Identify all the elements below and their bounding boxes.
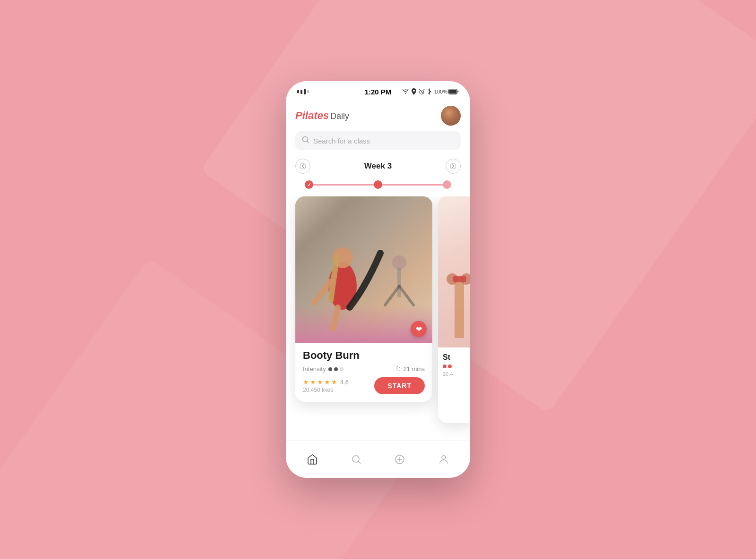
star-2: ★ xyxy=(310,378,316,386)
search-placeholder: Search for a class xyxy=(313,137,370,145)
peek-dot-2 xyxy=(448,364,452,368)
svg-rect-3 xyxy=(449,90,457,94)
star-5: ★ xyxy=(331,378,337,386)
signal-bar-1 xyxy=(297,90,299,93)
search-bar[interactable]: Search for a class xyxy=(295,131,461,150)
signal-indicator xyxy=(297,89,309,94)
home-icon xyxy=(307,454,318,465)
peek-figure xyxy=(443,244,470,338)
right-arrow-icon xyxy=(450,163,456,169)
profile-icon xyxy=(438,454,449,465)
nav-search[interactable] xyxy=(342,445,370,474)
search-svg xyxy=(302,136,309,144)
intensity-dot-2 xyxy=(334,367,338,371)
stars-display: ★ ★ ★ ★ ★ 4.6 xyxy=(303,378,349,386)
svg-point-5 xyxy=(300,163,306,169)
progress-step-1: ✓ xyxy=(305,180,313,189)
progress-step-2 xyxy=(374,180,382,189)
wifi-icon xyxy=(402,89,409,94)
start-button[interactable]: START xyxy=(374,377,425,394)
duration-text: 21 mins xyxy=(403,365,425,373)
app-logo: PilatesDaily xyxy=(295,110,349,122)
app-header: PilatesDaily xyxy=(286,102,470,131)
nav-home[interactable] xyxy=(298,445,326,474)
intensity-container: Intensity xyxy=(303,365,344,373)
week-title: Week 3 xyxy=(364,161,392,171)
progress-steps: ✓ xyxy=(286,178,470,196)
status-time: 1:20 PM xyxy=(365,88,392,96)
card-details: Booty Burn Intensity ⏱ 21 m xyxy=(295,343,432,402)
star-1: ★ xyxy=(303,378,309,386)
search-container: Search for a class xyxy=(286,131,470,157)
location-icon xyxy=(412,88,416,95)
battery-icon xyxy=(448,89,459,94)
peek-class-title: St xyxy=(443,353,470,362)
search-nav-icon xyxy=(351,454,362,465)
class-title: Booty Burn xyxy=(303,349,425,362)
background-person xyxy=(376,248,423,333)
alarm-icon xyxy=(419,89,425,95)
peek-likes: 20,4 xyxy=(443,371,470,377)
card-meta: Intensity ⏱ 21 mins xyxy=(303,365,425,373)
logo-pilates-text: Pilates xyxy=(295,110,329,121)
cards-area: ❤ Booty Burn Intensity xyxy=(286,196,470,440)
logo-daily-text: Daily xyxy=(330,111,349,121)
card-image: ❤ xyxy=(295,196,432,343)
user-avatar[interactable] xyxy=(441,106,461,126)
left-arrow-icon xyxy=(300,163,306,169)
rating-section: ★ ★ ★ ★ ★ 4.6 20,450 likes xyxy=(303,378,349,393)
peek-card-image xyxy=(438,196,470,347)
next-week-button[interactable] xyxy=(446,159,461,174)
battery-indicator: 100% xyxy=(434,89,459,94)
intensity-dot-3 xyxy=(340,367,344,371)
cards-scroll: ❤ Booty Burn Intensity xyxy=(295,196,461,440)
star-4: ★ xyxy=(324,378,330,386)
status-bar: 1:20 PM xyxy=(286,81,470,102)
avatar-image xyxy=(441,106,461,126)
favorite-button[interactable]: ❤ xyxy=(411,321,427,337)
likes-count: 20,450 likes xyxy=(303,387,349,393)
intensity-label: Intensity xyxy=(303,365,326,373)
bottom-navigation xyxy=(286,440,470,478)
progress-line-2 xyxy=(382,184,443,186)
add-icon xyxy=(394,454,405,465)
nav-add[interactable] xyxy=(386,445,414,474)
rating-number: 4.6 xyxy=(340,379,349,386)
svg-point-13 xyxy=(352,456,359,462)
peek-card-info: St 20,4 xyxy=(438,347,470,382)
intensity-dots xyxy=(328,367,344,371)
nav-profile[interactable] xyxy=(430,445,458,474)
peek-intensity xyxy=(443,364,470,368)
svg-point-9 xyxy=(392,255,406,270)
peek-dot-1 xyxy=(443,364,447,368)
bluetooth-icon xyxy=(427,88,432,95)
signal-bar-3 xyxy=(304,89,306,94)
svg-point-6 xyxy=(450,163,456,169)
search-icon xyxy=(302,136,309,145)
star-3: ★ xyxy=(317,378,323,386)
svg-rect-12 xyxy=(453,276,466,282)
phone-frame: 1:20 PM xyxy=(286,81,470,478)
week-navigation: Week 3 xyxy=(286,157,470,178)
signal-bar-4 xyxy=(307,90,309,93)
peek-class-card[interactable]: St 20,4 xyxy=(438,196,470,423)
card-bottom: ★ ★ ★ ★ ★ 4.6 20,450 likes START xyxy=(303,377,425,394)
prev-week-button[interactable] xyxy=(295,159,310,174)
main-class-card[interactable]: ❤ Booty Burn Intensity xyxy=(295,196,432,402)
status-icons: 100% xyxy=(402,88,459,95)
checkmark-icon: ✓ xyxy=(307,182,311,187)
svg-point-17 xyxy=(442,456,446,459)
battery-percent: 100% xyxy=(434,89,447,94)
signal-bar-2 xyxy=(301,90,302,94)
clock-icon: ⏱ xyxy=(395,365,401,373)
progress-line-1 xyxy=(313,184,374,186)
duration-display: ⏱ 21 mins xyxy=(395,365,425,373)
progress-step-3 xyxy=(443,180,451,189)
intensity-dot-1 xyxy=(328,367,332,371)
